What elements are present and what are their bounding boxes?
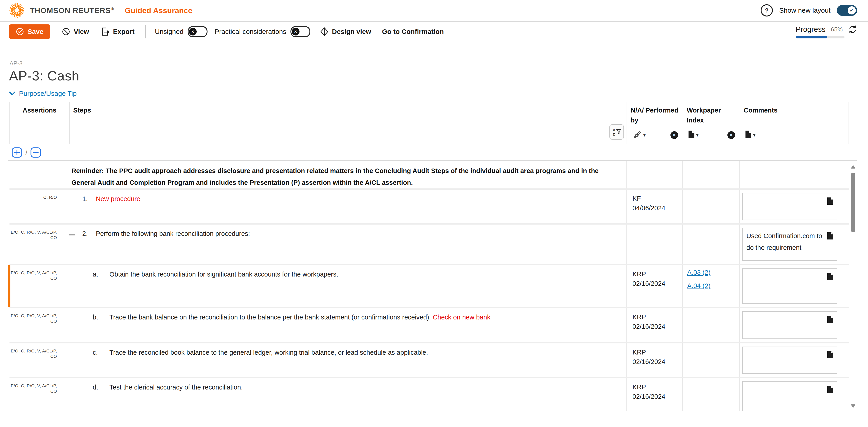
step-row-a[interactable]: E/O, C, R/O, V, A/CL/P, COa.Obtain the b… xyxy=(9,265,849,308)
save-button[interactable]: Save xyxy=(9,24,50,39)
workpaper-index-cell[interactable] xyxy=(682,161,739,189)
vertical-scrollbar[interactable] xyxy=(849,161,857,411)
performed-by-cell[interactable]: KF04/06/2024 xyxy=(626,190,682,223)
assertions-cell: E/O, C, R/O, V, A/CL/P, CO xyxy=(9,308,69,342)
col-steps: Steps AZ xyxy=(69,102,627,144)
export-button[interactable]: Export xyxy=(101,27,134,36)
comment-box[interactable] xyxy=(742,268,837,304)
comment-doc-icon xyxy=(827,315,833,327)
collapse-step-button[interactable] xyxy=(69,234,75,235)
toolbar-divider xyxy=(145,25,146,38)
step-text: Test the clerical accuracy of the reconc… xyxy=(110,382,626,392)
toolbar: Save View Export Unsigned ✕ Practical co… xyxy=(0,21,868,41)
chevron-down-icon xyxy=(9,92,16,96)
purpose-usage-tip-toggle[interactable]: Purpose/Usage Tip xyxy=(9,90,76,98)
comments-cell xyxy=(739,308,849,342)
comment-box[interactable] xyxy=(742,347,837,374)
pen-icon xyxy=(632,131,642,140)
practical-considerations-toggle[interactable]: ✕ xyxy=(290,26,310,37)
assertions-cell: E/O, C, R/O, V, A/CL/P, CO xyxy=(9,225,69,264)
performed-by-cell[interactable]: KRP02/16/2024 xyxy=(626,308,682,342)
step-row-b[interactable]: E/O, C, R/O, V, A/CL/P, COb.Trace the ba… xyxy=(9,308,849,343)
assertions-cell: E/O, C, R/O, V, A/CL/P, CO xyxy=(9,343,69,377)
minus-square-icon xyxy=(31,147,41,158)
plus-square-icon xyxy=(12,147,22,158)
view-button[interactable]: View xyxy=(62,28,89,36)
performed-by-cell[interactable]: KRP02/16/2024 xyxy=(626,343,682,377)
help-icon[interactable]: ? xyxy=(761,4,773,17)
go-to-confirmation-button[interactable]: Go to Confirmation xyxy=(382,28,444,35)
performed-date: 02/16/2024 xyxy=(632,357,680,366)
comment-box[interactable] xyxy=(742,193,837,220)
svg-text:A: A xyxy=(613,128,615,132)
step-row-c[interactable]: E/O, C, R/O, V, A/CL/P, COc.Trace the re… xyxy=(9,343,849,378)
reminder-cell: Reminder: The PPC audit approach address… xyxy=(69,161,626,189)
step-number: b. xyxy=(93,312,110,322)
assertions-cell: E/O, C, R/O, V, A/CL/P, CO xyxy=(9,378,69,411)
design-view-button[interactable]: Design view xyxy=(320,27,371,36)
performed-by-cell[interactable] xyxy=(626,161,682,189)
step-row-2[interactable]: E/O, C, R/O, V, A/CL/P, CO2.Perform the … xyxy=(9,225,849,265)
design-diamond-icon xyxy=(320,27,329,36)
comment-doc-icon xyxy=(827,197,833,208)
unsigned-toggle[interactable]: ✕ xyxy=(188,26,208,37)
reminder-row[interactable]: Reminder: The PPC audit approach address… xyxy=(9,161,849,190)
scroll-up-arrow[interactable] xyxy=(851,165,855,168)
performed-date: 02/16/2024 xyxy=(632,322,680,331)
comments-cell xyxy=(739,265,849,307)
comments-cell xyxy=(739,343,849,377)
workpaper-index-cell[interactable] xyxy=(682,225,739,264)
comment-doc-icon xyxy=(827,272,833,284)
performer-initials: KF xyxy=(632,194,680,203)
comments-doc-dropdown[interactable]: ▾ xyxy=(745,131,755,140)
clear-signoff-button[interactable]: ✕ xyxy=(671,131,678,139)
comment-doc-icon xyxy=(827,385,833,397)
performed-by-cell[interactable]: KRP02/16/2024 xyxy=(626,378,682,411)
assertions-cell: E/O, C, R/O, V, A/CL/P, CO xyxy=(9,265,69,307)
performer-initials: KRP xyxy=(632,269,680,279)
workpaper-index-cell[interactable] xyxy=(682,190,739,223)
step-number: d. xyxy=(93,382,110,392)
progress-label: Progress xyxy=(796,25,826,34)
signoff-pen-dropdown[interactable]: ▾ xyxy=(632,131,646,140)
workpaper-index-cell[interactable] xyxy=(682,343,739,377)
workpaper-link[interactable]: A.04 (2) xyxy=(687,282,710,290)
collapse-all-button[interactable] xyxy=(31,147,41,158)
comments-cell: Used Confirmation.com to do the requirem… xyxy=(739,225,849,264)
workpaper-doc-dropdown[interactable]: ▾ xyxy=(688,131,699,140)
sort-filter-button[interactable]: AZ xyxy=(610,124,624,140)
scroll-down-arrow[interactable] xyxy=(851,404,855,408)
step-row-d[interactable]: E/O, C, R/O, V, A/CL/P, COd.Test the cle… xyxy=(9,378,849,411)
comment-box[interactable]: Used Confirmation.com to do the requirem… xyxy=(742,228,837,261)
page-title: AP-3: Cash xyxy=(9,68,868,84)
step-text-cell: c.Trace the reconciled book balance to t… xyxy=(69,343,626,377)
check-circle-icon xyxy=(16,28,24,36)
performer-initials: KRP xyxy=(632,382,680,392)
progress: Progress 65% xyxy=(796,25,857,38)
step-row-1[interactable]: C, R/O1.New procedureKF04/06/2024 xyxy=(9,190,849,225)
show-new-layout-toggle[interactable]: ✓ xyxy=(837,5,857,16)
workpaper-index-cell[interactable] xyxy=(682,308,739,342)
step-text: Obtain the bank reconciliation for signi… xyxy=(110,269,626,279)
expand-all-button[interactable] xyxy=(12,147,22,158)
performed-by-cell[interactable] xyxy=(626,225,682,264)
performed-date: 04/06/2024 xyxy=(632,203,680,213)
performed-date: 02/16/2024 xyxy=(632,279,680,288)
comment-box[interactable] xyxy=(742,381,837,411)
workpaper-index-cell[interactable] xyxy=(682,378,739,411)
scrollbar-thumb[interactable] xyxy=(851,173,855,232)
clear-workpaper-button[interactable]: ✕ xyxy=(727,131,735,139)
export-doc-icon xyxy=(101,27,110,36)
practical-considerations-label: Practical considerations xyxy=(215,28,286,35)
refresh-icon[interactable] xyxy=(848,25,857,34)
comments-cell xyxy=(739,190,849,223)
toggle-x-icon: ✕ xyxy=(292,28,300,35)
workpaper-link[interactable]: A.03 (2) xyxy=(687,269,710,276)
comment-box[interactable] xyxy=(742,311,837,339)
toggle-x-icon: ✕ xyxy=(189,28,197,35)
assertions-cell xyxy=(9,161,69,189)
comment-text: Used Confirmation.com to do the requirem… xyxy=(746,232,822,251)
workpaper-index-cell[interactable]: A.03 (2)A.04 (2) xyxy=(682,265,739,307)
step-text: Trace the reconciled book balance to the… xyxy=(110,348,626,357)
performed-by-cell[interactable]: KRP02/16/2024 xyxy=(626,265,682,307)
